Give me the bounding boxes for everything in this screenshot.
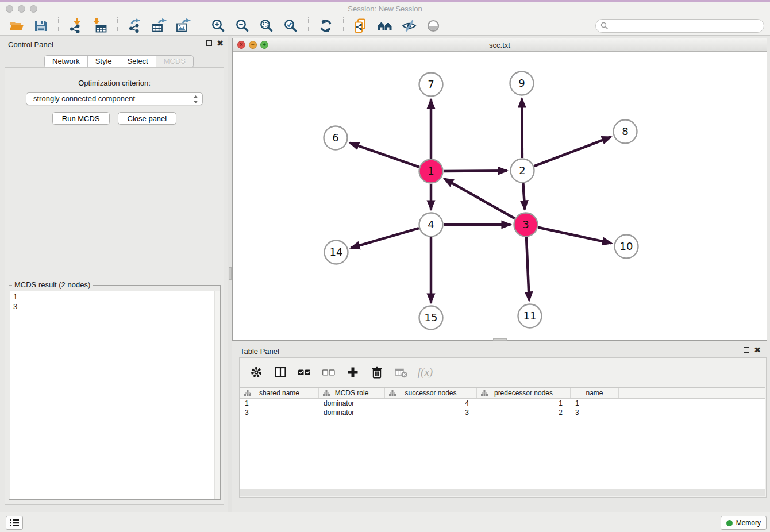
node-11[interactable]: 11 xyxy=(518,304,542,328)
svg-text:3: 3 xyxy=(522,218,529,230)
show-columns-button[interactable] xyxy=(271,363,290,381)
close-panel-button[interactable]: Close panel xyxy=(118,112,177,125)
svg-text:4: 4 xyxy=(428,218,434,230)
unselect-all-columns-button[interactable] xyxy=(319,363,338,381)
table-row[interactable]: 3dominator323 xyxy=(240,408,765,417)
edge-2-3[interactable] xyxy=(523,183,525,210)
toolbar-separator xyxy=(117,17,118,34)
zoom-out-button[interactable] xyxy=(233,17,252,35)
search-input[interactable] xyxy=(611,21,759,30)
edge-3-1[interactable] xyxy=(444,179,515,218)
show-all-button[interactable] xyxy=(424,17,442,35)
import-table-button[interactable] xyxy=(91,17,109,35)
zoom-in-button[interactable] xyxy=(209,17,228,35)
table-cell[interactable]: 2 xyxy=(477,408,571,417)
fx-icon: f(x) xyxy=(418,366,433,379)
eye-icon xyxy=(426,18,441,33)
table-row[interactable]: 1dominator411 xyxy=(240,399,765,408)
table-cell[interactable]: 1 xyxy=(240,399,319,408)
open-session-button[interactable] xyxy=(7,17,26,35)
export-network-button[interactable] xyxy=(126,17,144,35)
tab-select[interactable]: Select xyxy=(120,56,156,67)
toolbar-separator xyxy=(58,17,59,34)
task-history-button[interactable] xyxy=(6,516,23,530)
column-header-predecessor-nodes[interactable]: predecessor nodes xyxy=(477,388,571,398)
node-2[interactable]: 2 xyxy=(511,159,534,183)
home-network-button[interactable] xyxy=(376,17,394,35)
divider-handle-icon[interactable] xyxy=(229,267,232,280)
first-neighbors-button[interactable] xyxy=(352,17,370,35)
node-3[interactable]: 3 xyxy=(514,213,538,237)
tab-mcds[interactable]: MCDS xyxy=(156,56,193,67)
column-header-shared-name[interactable]: shared name xyxy=(240,388,319,398)
save-icon xyxy=(33,18,48,33)
table-settings-button[interactable] xyxy=(247,363,265,381)
node-1[interactable]: 1 xyxy=(419,160,443,183)
node-4[interactable]: 4 xyxy=(419,213,443,237)
delete-table-icon xyxy=(394,365,409,380)
zoom-in-icon xyxy=(211,18,226,33)
mcds-result-groupbox: MCDS result (2 nodes) 1 3 xyxy=(9,285,221,500)
close-table-panel-icon[interactable]: ✖ xyxy=(754,346,761,353)
tree-icon xyxy=(481,390,488,396)
edge-2-9[interactable] xyxy=(522,99,522,159)
table-cell[interactable]: 3 xyxy=(240,408,319,417)
edge-1-2[interactable] xyxy=(444,171,507,171)
create-column-button[interactable] xyxy=(344,363,362,381)
table-cell[interactable]: 3 xyxy=(571,408,619,417)
node-8[interactable]: 8 xyxy=(614,120,637,144)
node-7[interactable]: 7 xyxy=(419,73,443,97)
float-table-panel-icon[interactable] xyxy=(744,347,749,353)
close-panel-icon[interactable]: ✖ xyxy=(217,40,224,47)
app-title: Session: New Session xyxy=(0,2,770,16)
edge-3-10[interactable] xyxy=(538,228,612,244)
run-mcds-button[interactable]: Run MCDS xyxy=(52,112,110,125)
column-header-successor-nodes[interactable]: successor nodes xyxy=(385,388,477,398)
save-session-button[interactable] xyxy=(32,17,50,35)
node-10[interactable]: 10 xyxy=(615,235,638,259)
zoom-selected-button[interactable] xyxy=(282,17,300,35)
tab-network[interactable]: Network xyxy=(45,56,87,67)
import-network-button[interactable] xyxy=(67,17,85,35)
edge-4-14[interactable] xyxy=(351,228,419,248)
window-resize-grip[interactable] xyxy=(493,338,507,341)
network-canvas[interactable]: 7968124314101511 xyxy=(233,52,767,340)
search-icon xyxy=(600,22,609,30)
apply-layout-button[interactable] xyxy=(317,17,335,35)
memory-button[interactable]: Memory xyxy=(721,516,767,530)
table-hscrollbar[interactable] xyxy=(240,489,765,496)
column-header-name[interactable]: name xyxy=(571,388,619,398)
node-9[interactable]: 9 xyxy=(510,72,534,95)
table-cell[interactable]: 4 xyxy=(385,399,477,408)
svg-text:7: 7 xyxy=(428,78,434,90)
float-panel-icon[interactable] xyxy=(206,40,212,46)
first-neighbors-icon xyxy=(353,18,368,33)
edge-2-8[interactable] xyxy=(534,137,611,166)
svg-text:10: 10 xyxy=(620,240,633,252)
table-cell[interactable]: 1 xyxy=(571,399,619,408)
table-cell[interactable]: dominator xyxy=(319,408,385,417)
export-image-button[interactable] xyxy=(174,17,192,35)
result-scrollbar[interactable] xyxy=(214,291,220,499)
tab-style[interactable]: Style xyxy=(87,56,120,67)
mcds-result-text[interactable]: 1 3 xyxy=(10,291,220,313)
edge-1-6[interactable] xyxy=(350,143,419,167)
table-cell[interactable]: 3 xyxy=(385,408,477,417)
hide-selected-button[interactable] xyxy=(400,17,418,35)
table-panel: Table Panel ✖ xyxy=(232,342,768,512)
table-cell[interactable]: dominator xyxy=(319,399,385,408)
right-column: × − + scc.txt 79681243141015 xyxy=(232,36,768,512)
node-6[interactable]: 6 xyxy=(324,126,348,150)
delete-column-button[interactable] xyxy=(368,363,386,381)
split-divider[interactable] xyxy=(228,36,232,512)
table-cell[interactable]: 1 xyxy=(477,399,571,408)
edge-3-11[interactable] xyxy=(526,237,529,301)
zoom-fit-button[interactable] xyxy=(257,17,276,35)
column-header-mcds-role[interactable]: MCDS role xyxy=(319,388,385,398)
node-14[interactable]: 14 xyxy=(325,241,348,264)
export-table-button[interactable] xyxy=(150,17,168,35)
node-15[interactable]: 15 xyxy=(419,306,443,330)
select-all-columns-button[interactable] xyxy=(295,363,314,381)
criterion-select[interactable]: strongly connected component xyxy=(26,92,203,105)
control-panel-title: Control Panel xyxy=(8,40,53,49)
